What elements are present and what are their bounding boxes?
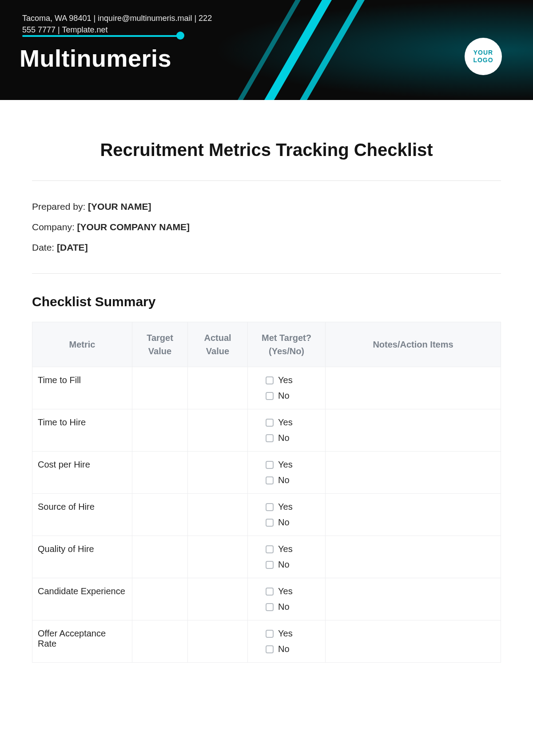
table-row: Candidate ExperienceYesNo <box>32 578 501 620</box>
prepared-by-line: Prepared by: [YOUR NAME] <box>32 201 501 212</box>
prepared-by-value: [YOUR NAME] <box>88 201 151 212</box>
checkbox-yes[interactable] <box>266 545 274 553</box>
label-no: No <box>278 517 290 528</box>
cell-notes[interactable] <box>326 620 501 663</box>
cell-actual[interactable] <box>188 620 248 663</box>
cell-metric: Quality of Hire <box>32 536 132 578</box>
document-header: Tacoma, WA 98401 | inquire@multinumeris.… <box>0 0 533 100</box>
label-no: No <box>278 475 290 485</box>
table-row: Time to HireYesNo <box>32 409 501 452</box>
checkbox-yes[interactable] <box>266 376 274 384</box>
cell-actual[interactable] <box>188 494 248 536</box>
col-header-actual: Actual Value <box>188 322 248 367</box>
date-label: Date: <box>32 242 57 252</box>
company-value: [YOUR COMPANY NAME] <box>77 222 190 232</box>
checkbox-no[interactable] <box>266 476 274 484</box>
accent-rule <box>22 35 180 37</box>
prepared-by-label: Prepared by: <box>32 201 88 212</box>
cell-met-target: YesNo <box>248 409 326 452</box>
cell-notes[interactable] <box>326 494 501 536</box>
table-row: Time to FillYesNo <box>32 367 501 409</box>
checkbox-no[interactable] <box>266 603 274 611</box>
col-header-target: Target Value <box>132 322 188 367</box>
label-yes: Yes <box>278 586 293 596</box>
brand-name: Multinumeris <box>20 44 171 72</box>
date-value: [DATE] <box>57 242 88 252</box>
cell-notes[interactable] <box>326 409 501 452</box>
cell-notes[interactable] <box>326 536 501 578</box>
checkbox-no[interactable] <box>266 392 274 400</box>
checkbox-yes[interactable] <box>266 419 274 427</box>
checkbox-no[interactable] <box>266 561 274 569</box>
table-row: Source of HireYesNo <box>32 494 501 536</box>
cell-met-target: YesNo <box>248 452 326 494</box>
date-line: Date: [DATE] <box>32 242 501 253</box>
document-body: Recruitment Metrics Tracking Checklist P… <box>0 100 533 663</box>
table-row: Quality of HireYesNo <box>32 536 501 578</box>
cell-target[interactable] <box>132 578 188 620</box>
page-title: Recruitment Metrics Tracking Checklist <box>32 140 501 160</box>
label-yes: Yes <box>278 502 293 512</box>
checkbox-yes[interactable] <box>266 503 274 511</box>
label-yes: Yes <box>278 460 293 470</box>
cell-notes[interactable] <box>326 452 501 494</box>
cell-target[interactable] <box>132 452 188 494</box>
cell-notes[interactable] <box>326 367 501 409</box>
divider <box>32 180 501 181</box>
label-yes: Yes <box>278 628 293 639</box>
label-no: No <box>278 433 290 443</box>
cell-target[interactable] <box>132 536 188 578</box>
cell-target[interactable] <box>132 620 188 663</box>
col-header-notes: Notes/Action Items <box>326 322 501 367</box>
cell-notes[interactable] <box>326 578 501 620</box>
header-meta-text: Tacoma, WA 98401 | inquire@multinumeris.… <box>22 12 213 36</box>
cell-metric: Cost per Hire <box>32 452 132 494</box>
col-header-metric: Metric <box>32 322 132 367</box>
label-no: No <box>278 560 290 570</box>
checkbox-yes[interactable] <box>266 630 274 638</box>
divider <box>32 273 501 274</box>
cell-met-target: YesNo <box>248 536 326 578</box>
label-no: No <box>278 602 290 612</box>
cell-actual[interactable] <box>188 536 248 578</box>
cell-met-target: YesNo <box>248 620 326 663</box>
company-line: Company: [YOUR COMPANY NAME] <box>32 222 501 232</box>
label-yes: Yes <box>278 417 293 428</box>
cell-actual[interactable] <box>188 367 248 409</box>
cell-metric: Offer Acceptance Rate <box>32 620 132 663</box>
logo-placeholder: YOUR LOGO <box>465 38 502 75</box>
label-yes: Yes <box>278 375 293 385</box>
section-title-summary: Checklist Summary <box>32 294 501 309</box>
cell-target[interactable] <box>132 409 188 452</box>
cell-target[interactable] <box>132 367 188 409</box>
col-header-met: Met Target? (Yes/No) <box>248 322 326 367</box>
accent-dot-icon <box>176 32 184 40</box>
checkbox-yes[interactable] <box>266 588 274 596</box>
table-row: Cost per HireYesNo <box>32 452 501 494</box>
cell-met-target: YesNo <box>248 367 326 409</box>
cell-target[interactable] <box>132 494 188 536</box>
checkbox-yes[interactable] <box>266 461 274 469</box>
cell-met-target: YesNo <box>248 494 326 536</box>
company-label: Company: <box>32 222 77 232</box>
cell-metric: Time to Hire <box>32 409 132 452</box>
label-yes: Yes <box>278 544 293 554</box>
label-no: No <box>278 391 290 401</box>
cell-metric: Time to Fill <box>32 367 132 409</box>
cell-met-target: YesNo <box>248 578 326 620</box>
cell-actual[interactable] <box>188 409 248 452</box>
cell-actual[interactable] <box>188 452 248 494</box>
checkbox-no[interactable] <box>266 645 274 653</box>
cell-metric: Source of Hire <box>32 494 132 536</box>
table-row: Offer Acceptance RateYesNo <box>32 620 501 663</box>
cell-actual[interactable] <box>188 578 248 620</box>
label-no: No <box>278 644 290 654</box>
checklist-table: Metric Target Value Actual Value Met Tar… <box>32 322 501 663</box>
checkbox-no[interactable] <box>266 519 274 527</box>
cell-metric: Candidate Experience <box>32 578 132 620</box>
checkbox-no[interactable] <box>266 434 274 442</box>
